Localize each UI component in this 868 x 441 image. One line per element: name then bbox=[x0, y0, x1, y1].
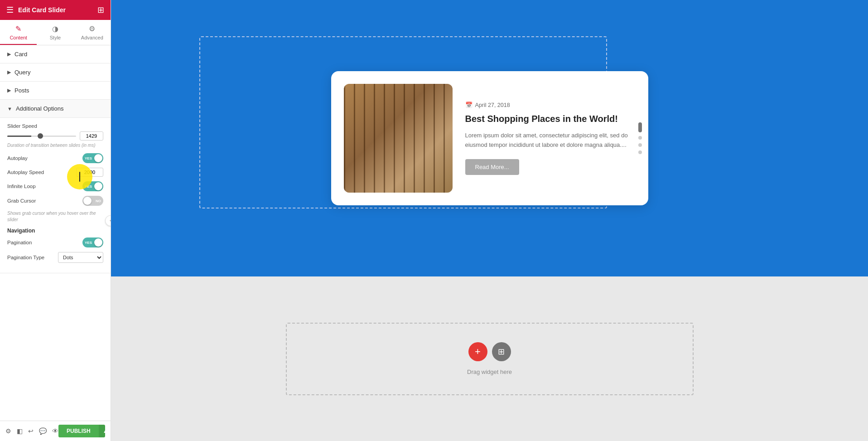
card-body-text: Lorem ipsum dolor sit amet, consectetur … bbox=[465, 131, 634, 150]
calendar-icon: 📅 bbox=[465, 102, 473, 108]
tab-style-label: Style bbox=[50, 35, 61, 40]
posts-arrow-icon: ▶ bbox=[7, 87, 11, 93]
card-arrow-icon: ▶ bbox=[7, 51, 11, 57]
layers-icon[interactable]: ◧ bbox=[17, 427, 23, 435]
tab-advanced-label: Advanced bbox=[81, 35, 103, 40]
chat-icon[interactable]: 💬 bbox=[39, 427, 47, 435]
query-arrow-icon: ▶ bbox=[7, 69, 11, 75]
autoplay-label: Autoplay bbox=[7, 155, 28, 161]
additional-options-content: Slider Speed Duration of transition betw… bbox=[0, 118, 111, 273]
infinite-loop-yes-label: YES bbox=[85, 184, 92, 189]
slider-speed-row: Slider Speed bbox=[7, 123, 103, 141]
sidebar: ☰ Edit Card Slider ⊞ ✎ Content ◑ Style ⚙… bbox=[0, 0, 111, 441]
dot-3 bbox=[638, 143, 642, 147]
card-widget: 📅 April 27, 2018 Best Shopping Places in… bbox=[331, 71, 648, 205]
publish-dropdown-button[interactable]: ▲ bbox=[99, 425, 105, 437]
section-additional-label: Additional Options bbox=[16, 105, 64, 112]
publish-button[interactable]: PUBLISH bbox=[58, 425, 99, 437]
sidebar-bottom: ⚙ ◧ ↩ 💬 👁 PUBLISH ▲ bbox=[0, 421, 111, 441]
pagination-toggle[interactable]: YES bbox=[82, 237, 103, 247]
read-more-button[interactable]: Read More... bbox=[465, 159, 519, 175]
slider-speed-label: Slider Speed bbox=[7, 123, 103, 129]
pagination-dots bbox=[638, 122, 642, 154]
drop-widget-button[interactable]: ⊞ bbox=[492, 342, 511, 361]
section-query-label: Query bbox=[14, 69, 30, 76]
card-image bbox=[344, 84, 453, 193]
navigation-title: Navigation bbox=[7, 228, 103, 234]
section-posts-label: Posts bbox=[14, 87, 29, 94]
autoplay-speed-input[interactable] bbox=[76, 168, 103, 177]
pagination-type-select[interactable]: Dots Bullets Fraction Progress bbox=[58, 252, 103, 263]
settings-icon[interactable]: ⚙ bbox=[5, 427, 11, 435]
card-content: 📅 April 27, 2018 Best Shopping Places in… bbox=[465, 102, 634, 175]
undo-icon[interactable]: ↩ bbox=[28, 427, 34, 435]
publish-button-group: PUBLISH ▲ bbox=[58, 425, 105, 437]
pagination-yes-label: YES bbox=[85, 241, 92, 245]
bottom-icons: ⚙ ◧ ↩ 💬 👁 bbox=[5, 427, 58, 435]
pagination-type-label: Pagination Type bbox=[7, 255, 44, 260]
sidebar-header: ☰ Edit Card Slider ⊞ bbox=[0, 0, 111, 20]
autoplay-toggle[interactable]: YES bbox=[82, 153, 103, 163]
grab-cursor-hint: Shows grab cursor when you hover over th… bbox=[7, 210, 103, 223]
main-content: 📅 April 27, 2018 Best Shopping Places in… bbox=[111, 0, 868, 441]
slider-speed-range[interactable] bbox=[7, 136, 76, 137]
card-date-text: April 27, 2018 bbox=[475, 102, 510, 108]
autoplay-row: Autoplay YES bbox=[7, 153, 103, 163]
sidebar-content: ▶ Card ▶ Query ▶ Posts ▼ Additional Opti… bbox=[0, 45, 111, 421]
section-card-label: Card bbox=[14, 51, 27, 58]
eye-icon[interactable]: 👁 bbox=[52, 427, 58, 435]
slider-speed-hint: Duration of transition between slides (i… bbox=[7, 142, 103, 149]
additional-arrow-icon: ▼ bbox=[7, 106, 12, 111]
drop-add-button[interactable]: + bbox=[468, 342, 487, 361]
content-icon: ✎ bbox=[15, 24, 21, 33]
infinite-loop-toggle[interactable]: YES bbox=[82, 181, 103, 191]
sidebar-tabs: ✎ Content ◑ Style ⚙ Advanced bbox=[0, 20, 111, 45]
infinite-loop-label: Infinite Loop bbox=[7, 184, 36, 189]
pagination-type-row: Pagination Type Dots Bullets Fraction Pr… bbox=[7, 252, 103, 263]
card-title: Best Shopping Places in the World! bbox=[465, 113, 634, 125]
grab-cursor-no-label: NO bbox=[96, 199, 101, 203]
tab-content-label: Content bbox=[10, 35, 27, 40]
main-blue-area: 📅 April 27, 2018 Best Shopping Places in… bbox=[111, 0, 868, 276]
autoplay-speed-row: Autoplay Speed bbox=[7, 168, 103, 177]
grab-cursor-toggle[interactable]: NO bbox=[82, 196, 103, 206]
section-query[interactable]: ▶ Query bbox=[0, 63, 111, 82]
sidebar-title: Edit Card Slider bbox=[18, 6, 66, 14]
autoplay-speed-label: Autoplay Speed bbox=[7, 170, 44, 175]
pagination-label: Pagination bbox=[7, 240, 32, 245]
clothing-rack-graphic bbox=[344, 84, 453, 193]
dot-2 bbox=[638, 136, 642, 140]
style-icon: ◑ bbox=[52, 24, 58, 33]
dot-1 bbox=[638, 122, 642, 132]
grab-cursor-row: Grab Cursor NO bbox=[7, 196, 103, 206]
main-gray-area: + ⊞ Drag widget here bbox=[111, 276, 868, 441]
tab-content[interactable]: ✎ Content bbox=[0, 20, 37, 45]
card-date: 📅 April 27, 2018 bbox=[465, 102, 634, 108]
drop-label: Drag widget here bbox=[467, 368, 512, 375]
advanced-icon: ⚙ bbox=[89, 24, 95, 33]
autoplay-yes-label: YES bbox=[85, 156, 92, 160]
section-card[interactable]: ▶ Card bbox=[0, 45, 111, 63]
hamburger-icon[interactable]: ☰ bbox=[6, 5, 14, 15]
pagination-row: Pagination YES bbox=[7, 237, 103, 247]
dot-4 bbox=[638, 150, 642, 154]
infinite-loop-row: Infinite Loop YES bbox=[7, 181, 103, 191]
slider-speed-input[interactable] bbox=[80, 131, 103, 141]
section-posts[interactable]: ▶ Posts bbox=[0, 82, 111, 100]
drop-actions: + ⊞ bbox=[468, 342, 511, 361]
grab-cursor-label: Grab Cursor bbox=[7, 198, 36, 204]
grid-icon[interactable]: ⊞ bbox=[97, 5, 104, 15]
tab-style[interactable]: ◑ Style bbox=[37, 20, 73, 45]
tab-advanced[interactable]: ⚙ Advanced bbox=[74, 20, 111, 45]
drop-zone: + ⊞ Drag widget here bbox=[286, 323, 694, 395]
section-additional-options[interactable]: ▼ Additional Options bbox=[0, 100, 111, 118]
